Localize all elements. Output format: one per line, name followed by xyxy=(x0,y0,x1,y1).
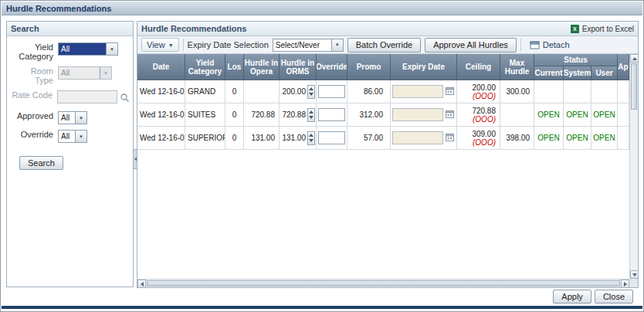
cell-hurdle-opera xyxy=(244,80,280,103)
override-input[interactable] xyxy=(318,85,345,98)
table-body: Wed 12-16-09 GRAND 0 200.00 86.00 200.00… xyxy=(137,80,629,150)
table-row[interactable]: Wed 12-16-09 SUITES 0 720.88 720.88 312.… xyxy=(137,103,629,127)
export-label: Export to Excel xyxy=(582,25,634,33)
cell-approve-truncated xyxy=(618,80,629,103)
cell-status-system: OPEN xyxy=(564,127,591,149)
main-panel-header: Hurdle Recommendations X Export to Excel xyxy=(137,22,638,36)
ceiling-ooo-note: (OOO) xyxy=(473,138,496,147)
detach-button[interactable]: Detach xyxy=(525,38,575,52)
horizontal-scroll-thumb[interactable] xyxy=(147,280,620,287)
cell-hurdle-opera: 131.00 xyxy=(244,127,280,149)
chevron-down-icon[interactable]: ▼ xyxy=(106,43,117,55)
toolbar-separator xyxy=(183,39,184,51)
detach-icon xyxy=(530,41,540,49)
spinner-down-icon[interactable] xyxy=(309,139,314,142)
cell-status-user xyxy=(591,80,618,103)
number-spinner[interactable] xyxy=(307,131,315,145)
table-row[interactable]: Wed 12-16-09 GRAND 0 200.00 86.00 200.00… xyxy=(137,80,629,103)
approve-all-hurdles-button[interactable]: Approve All Hurdles xyxy=(425,38,517,53)
cell-approve-truncated xyxy=(618,103,629,126)
search-magnifier-icon[interactable] xyxy=(120,92,130,106)
apply-button[interactable]: Apply xyxy=(553,290,591,304)
col-header-expiry-date[interactable]: Expiry Date xyxy=(391,54,457,80)
col-header-status-current[interactable]: Current xyxy=(534,66,564,80)
calendar-icon[interactable] xyxy=(445,86,455,97)
expiry-date-input[interactable] xyxy=(392,131,443,144)
scroll-down-button[interactable] xyxy=(630,270,639,279)
scroll-left-button[interactable] xyxy=(137,280,146,288)
main-panel-title: Hurdle Recommendations xyxy=(141,24,246,33)
col-header-max-hurdle[interactable]: Max Hurdle xyxy=(500,54,534,80)
horizontal-scrollbar[interactable] xyxy=(137,279,629,287)
cell-max-hurdle: 300.00 xyxy=(500,80,534,103)
cell-promo: 57.00 xyxy=(347,127,391,149)
cell-override xyxy=(317,103,347,126)
chevron-down-icon[interactable]: ▼ xyxy=(331,39,343,51)
spinner-up-icon[interactable] xyxy=(309,134,314,137)
col-group-status: Status Current System User xyxy=(534,54,618,80)
col-header-override[interactable]: Override xyxy=(317,54,347,80)
scroll-right-button[interactable] xyxy=(621,280,629,288)
chevron-down-icon[interactable]: ▼ xyxy=(75,112,86,124)
scrollbar-corner xyxy=(629,279,638,287)
col-header-yield-category[interactable]: Yield Category xyxy=(185,54,225,80)
col-header-hurdle-opera[interactable]: Hurdle in Opera xyxy=(244,54,280,80)
expiry-date-input[interactable] xyxy=(392,108,443,121)
approved-dropdown[interactable]: All ▼ xyxy=(58,111,87,124)
cell-status-current: OPEN xyxy=(534,127,564,149)
table-row[interactable]: Wed 12-16-09 SUPERIOR 0 131.00 131.00 57… xyxy=(137,127,629,150)
calendar-icon[interactable] xyxy=(445,109,455,120)
col-header-ceiling[interactable]: Ceiling xyxy=(457,54,500,80)
chevron-down-icon[interactable]: ▼ xyxy=(75,131,86,142)
approved-value: All xyxy=(59,112,75,124)
col-header-status-user[interactable]: User xyxy=(591,66,618,80)
search-button[interactable]: Search xyxy=(19,156,63,170)
spinner-up-icon[interactable] xyxy=(309,110,314,114)
expiry-selection-label: Expiry Date Selection xyxy=(188,40,269,49)
number-spinner[interactable] xyxy=(307,108,315,122)
col-header-promo[interactable]: Promo xyxy=(347,54,391,80)
col-header-approve-truncated[interactable]: Ap xyxy=(618,54,629,80)
override-dropdown[interactable]: All ▼ xyxy=(58,130,87,143)
expiry-date-input[interactable] xyxy=(392,85,443,98)
yield-category-dropdown[interactable]: All ▼ xyxy=(58,42,118,56)
col-header-date[interactable]: Date xyxy=(137,54,185,80)
rate-code-input[interactable] xyxy=(57,90,117,103)
spinner-down-icon[interactable] xyxy=(309,93,314,96)
view-label: View xyxy=(147,40,165,49)
cell-status-current: OPEN xyxy=(534,103,564,126)
cell-status-system: OPEN xyxy=(564,103,591,126)
cell-approve-truncated xyxy=(618,127,629,149)
window-bottom-accent xyxy=(2,306,642,309)
expiry-selection-dropdown[interactable]: Select/Never ▼ xyxy=(273,39,344,52)
cell-status-current xyxy=(534,80,564,103)
cell-hurdle-orms: 131.00 xyxy=(280,127,317,149)
cell-yield-category: SUPERIOR xyxy=(185,127,225,149)
calendar-icon[interactable] xyxy=(445,132,455,144)
window-titlebar: Hurdle Recommendations xyxy=(2,2,642,15)
scroll-up-button[interactable] xyxy=(630,54,639,63)
field-approved: Approved All ▼ xyxy=(10,111,130,124)
col-header-los[interactable]: Los xyxy=(225,54,244,80)
cell-date: Wed 12-16-09 xyxy=(137,103,185,126)
room-type-label: Room Type xyxy=(10,66,53,85)
spinner-up-icon[interactable] xyxy=(309,87,314,90)
view-menu-button[interactable]: View ▼ xyxy=(141,38,179,52)
search-form: Yield Category All ▼ Room Type All ▼ Rat… xyxy=(7,36,133,170)
override-input[interactable] xyxy=(318,108,345,121)
vertical-scrollbar[interactable] xyxy=(629,54,638,279)
col-header-status-system[interactable]: System xyxy=(564,66,591,80)
spinner-down-icon[interactable] xyxy=(309,116,314,119)
batch-override-button[interactable]: Batch Override xyxy=(347,38,421,53)
cell-yield-category: GRAND xyxy=(185,80,225,103)
arrow-down-icon xyxy=(632,273,637,276)
number-spinner[interactable] xyxy=(307,85,315,99)
override-input[interactable] xyxy=(318,131,345,144)
close-button[interactable]: Close xyxy=(595,290,633,304)
search-panel-header: Search xyxy=(7,22,133,36)
export-to-excel-link[interactable]: X Export to Excel xyxy=(571,25,634,33)
status-sub-headers: Current System User xyxy=(534,66,618,80)
cell-override xyxy=(317,127,347,149)
col-header-hurdle-orms[interactable]: Hurdle in ORMS xyxy=(280,54,317,80)
vertical-scroll-thumb[interactable] xyxy=(631,63,637,110)
